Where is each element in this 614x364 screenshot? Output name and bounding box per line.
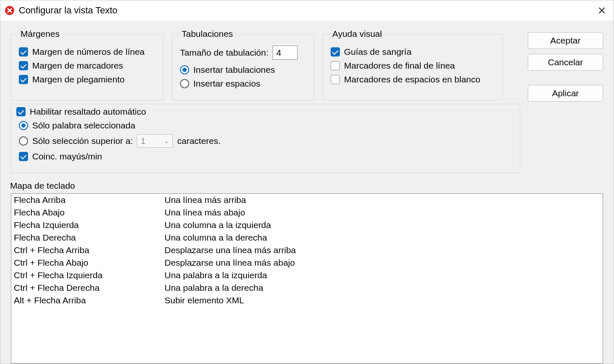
keymap-row[interactable]: Ctrl + Flecha DerechaUna palabra a la de… — [11, 282, 603, 294]
keymap-label: Mapa de teclado — [10, 181, 603, 191]
checkbox-whitespace-markers[interactable] — [331, 75, 340, 84]
close-icon — [598, 6, 606, 15]
keymap-desc: Una línea más arriba — [164, 195, 600, 205]
radio-insert-tabs[interactable] — [180, 65, 189, 74]
keymap-row[interactable]: Ctrl + Flecha ArribaDesplazarse una líne… — [11, 244, 603, 256]
checkbox-indent-guides[interactable] — [331, 47, 340, 56]
group-margins-legend: Márgenes — [19, 29, 61, 39]
fieldset-row-1: Márgenes Margen de números de línea Marg… — [11, 29, 520, 100]
group-tabs: Tabulaciones Tamaño de tabulación: Inser… — [172, 29, 314, 100]
radio-selected-word[interactable] — [19, 121, 28, 130]
group-margins: Márgenes Margen de números de línea Marg… — [11, 29, 164, 100]
label-whitespace-markers: Marcadores de espacios en blanco — [344, 74, 480, 85]
ok-button[interactable]: Aceptar — [528, 32, 603, 49]
group-tabs-legend: Tabulaciones — [180, 29, 235, 39]
keymap-key: Flecha Abajo — [14, 208, 164, 218]
keymap-desc: Una línea más abajo — [164, 208, 600, 218]
close-button[interactable] — [594, 3, 609, 18]
dialog-window: Configurar la vista Texto Márgenes Marge… — [0, 0, 614, 364]
group-visual-legend: Ayuda visual — [331, 29, 384, 39]
label-indent-guides: Guías de sangría — [344, 47, 411, 57]
keymap-row[interactable]: Flecha AbajoUna línea más abajo — [11, 206, 603, 219]
keymap-key: Flecha Derecha — [14, 233, 164, 243]
checkbox-line-numbers[interactable] — [19, 47, 28, 56]
input-tab-size[interactable] — [272, 46, 298, 60]
keymap-key: Ctrl + Flecha Arriba — [14, 245, 164, 255]
label-selected-word: Sólo palabra seleccionada — [32, 120, 135, 131]
keymap-list[interactable]: Flecha ArribaUna línea más arribaFlecha … — [11, 193, 603, 364]
select-char-count[interactable]: 1 ⌄ — [137, 134, 173, 148]
label-tab-size: Tamaño de tabulación: — [180, 48, 268, 58]
top-row: Márgenes Margen de números de línea Marg… — [11, 29, 603, 173]
checkbox-bookmarks[interactable] — [19, 61, 28, 70]
app-icon — [5, 5, 15, 15]
label-match-case: Coinc. mayús/min — [32, 151, 102, 161]
chevron-down-icon: ⌄ — [164, 138, 169, 144]
label-selection-larger: Sólo selección superior a: — [32, 136, 133, 146]
keymap-desc: Una columna a la izquierda — [164, 220, 600, 230]
label-insert-tabs: Insertar tabulaciones — [193, 65, 275, 75]
keymap-key: Alt + Flecha Arriba — [14, 295, 164, 305]
dialog-content: Márgenes Margen de números de línea Marg… — [0, 21, 614, 364]
label-enable-highlight: Habilitar resaltado automático — [30, 107, 146, 117]
checkbox-enable-highlight[interactable] — [16, 107, 26, 116]
keymap-section: Mapa de teclado Flecha ArribaUna línea m… — [11, 181, 603, 364]
select-char-count-value: 1 — [141, 136, 145, 146]
checkbox-eol-markers[interactable] — [331, 61, 340, 70]
keymap-desc: Una palabra a la izquierda — [164, 270, 600, 280]
window-title: Configurar la vista Texto — [19, 5, 594, 16]
keymap-row[interactable]: Ctrl + Flecha AbajoDesplazarse una línea… — [11, 256, 603, 269]
keymap-row[interactable]: Flecha IzquierdaUna columna a la izquier… — [11, 219, 603, 231]
apply-button[interactable]: Aplicar — [528, 85, 603, 102]
keymap-key: Ctrl + Flecha Izquierda — [14, 270, 164, 280]
buttons-column: Aceptar Cancelar Aplicar — [528, 29, 603, 173]
label-folding: Margen de plegamiento — [32, 74, 125, 85]
label-line-numbers: Margen de números de línea — [32, 47, 145, 57]
cancel-button[interactable]: Cancelar — [528, 54, 603, 71]
keymap-row[interactable]: Ctrl + Flecha IzquierdaUna palabra a la … — [11, 269, 603, 282]
label-chars-suffix: caracteres. — [177, 136, 221, 146]
titlebar: Configurar la vista Texto — [0, 0, 614, 21]
keymap-desc: Subir elemento XML — [164, 295, 600, 305]
label-bookmarks: Margen de marcadores — [32, 61, 123, 71]
keymap-desc: Una columna a la derecha — [164, 233, 600, 243]
keymap-row[interactable]: Alt + Flecha ArribaSubir elemento XML — [11, 294, 603, 307]
keymap-key: Flecha Arriba — [14, 195, 164, 205]
keymap-key: Flecha Izquierda — [14, 220, 164, 230]
keymap-row[interactable]: Flecha DerechaUna columna a la derecha — [11, 231, 603, 244]
checkbox-folding[interactable] — [19, 75, 28, 84]
keymap-desc: Desplazarse una línea más arriba — [164, 245, 600, 255]
radio-insert-spaces[interactable] — [180, 79, 189, 88]
group-auto-highlight: Habilitar resaltado automático Sólo pala… — [11, 104, 520, 173]
label-eol-markers: Marcadores de final de línea — [344, 61, 455, 71]
keymap-key: Ctrl + Flecha Derecha — [14, 283, 164, 293]
checkbox-match-case[interactable] — [19, 152, 28, 161]
fieldsets-column: Márgenes Margen de números de línea Marg… — [11, 29, 520, 173]
radio-selection-larger[interactable] — [19, 136, 28, 146]
label-insert-spaces: Insertar espacios — [193, 79, 260, 89]
group-visual-aids: Ayuda visual Guías de sangría Marcadores… — [323, 29, 503, 100]
keymap-desc: Una palabra a la derecha — [164, 283, 600, 293]
keymap-row[interactable]: Flecha ArribaUna línea más arriba — [11, 194, 603, 206]
keymap-desc: Desplazarse una línea más abajo — [164, 258, 600, 268]
keymap-key: Ctrl + Flecha Abajo — [14, 258, 164, 268]
